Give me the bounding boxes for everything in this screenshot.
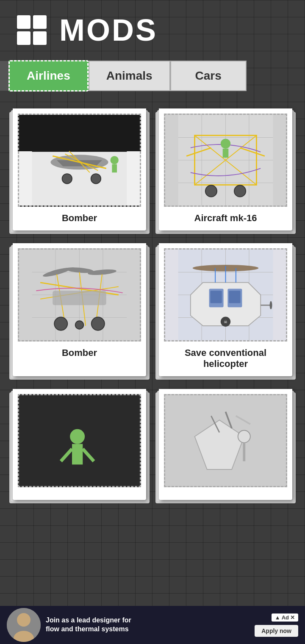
- grid-icon-cell: [17, 15, 30, 29]
- mod-card-inner: [13, 389, 146, 487]
- mod-image-partial1: [18, 394, 141, 487]
- svg-point-67: [70, 429, 85, 444]
- mod-card-inner: [13, 108, 146, 207]
- mod-card-bomber-2[interactable]: Bomber: [13, 243, 146, 376]
- grid-icon-cell: [33, 31, 47, 45]
- mod-image-aircraft: [164, 114, 287, 207]
- svg-point-43: [54, 317, 67, 330]
- tab-airlines[interactable]: Airlines: [8, 60, 89, 92]
- grid-icon-cell: [33, 15, 47, 29]
- svg-point-45: [92, 317, 105, 330]
- svg-rect-22: [223, 149, 229, 158]
- mod-title-partial-1: [13, 487, 146, 500]
- mod-title-bomber-1: Bomber: [13, 207, 146, 230]
- svg-point-9: [110, 156, 118, 164]
- mod-card-aircraft[interactable]: Aircraft mk-16: [159, 108, 292, 230]
- svg-point-26: [234, 185, 246, 197]
- tab-animals[interactable]: Animals: [89, 61, 170, 91]
- mod-title-partial-2: [159, 487, 292, 500]
- svg-point-79: [17, 613, 30, 627]
- tab-cars[interactable]: Cars: [170, 61, 247, 91]
- mod-image-helicopter: ☠: [164, 248, 287, 341]
- ad-apply-button[interactable]: Apply now: [255, 625, 298, 637]
- svg-point-63: [270, 301, 272, 309]
- ad-close-x: ✕: [290, 614, 295, 621]
- svg-point-8: [91, 174, 101, 183]
- svg-rect-57: [211, 291, 222, 303]
- tabs-container: Airlines Animals Cars: [0, 56, 305, 96]
- svg-rect-0: [32, 115, 127, 152]
- mod-image-bomber2: [18, 248, 141, 341]
- grid-icon-cell: [17, 31, 30, 45]
- mod-card-inner: ☠: [159, 243, 292, 341]
- mod-image-partial2: [164, 394, 287, 487]
- ad-text-block: Join as a lead designer for flow and the…: [41, 616, 255, 634]
- mod-image-bomber1: [18, 114, 141, 207]
- ad-icon: ▲: [275, 614, 280, 621]
- svg-text:☠: ☠: [224, 319, 227, 324]
- svg-point-25: [205, 185, 217, 197]
- svg-rect-68: [72, 444, 83, 465]
- header: MODS: [0, 0, 305, 56]
- svg-point-44: [75, 321, 83, 329]
- grid-icon: [17, 15, 47, 45]
- svg-point-7: [62, 174, 72, 183]
- mod-card-inner: [13, 243, 146, 341]
- svg-point-21: [221, 139, 230, 148]
- page-title: MODS: [59, 13, 158, 47]
- ad-right: ▲ Ad ✕ Apply now: [255, 613, 298, 637]
- mod-card-inner: [159, 108, 292, 207]
- mod-card-helicopter[interactable]: ☠ Save conventional helicopter: [159, 243, 292, 376]
- svg-point-75: [238, 430, 250, 443]
- mod-title-aircraft: Aircraft mk-16: [159, 207, 292, 230]
- ad-avatar: [7, 608, 41, 642]
- mods-grid: Bomber: [0, 96, 305, 513]
- svg-rect-58: [229, 291, 240, 303]
- mod-title-helicopter: Save conventional helicopter: [159, 341, 292, 376]
- ad-badge-text: Ad: [282, 614, 289, 621]
- mod-card-inner: [159, 389, 292, 487]
- mod-card-partial-2[interactable]: [159, 389, 292, 500]
- svg-rect-42: [53, 291, 106, 305]
- ad-headline: Join as a lead designer for flow and the…: [46, 616, 250, 634]
- ad-badge: ▲ Ad ✕: [272, 613, 298, 622]
- mod-card-partial-1[interactable]: [13, 389, 146, 500]
- mod-title-bomber-2: Bomber: [13, 341, 146, 365]
- ad-banner: Join as a lead designer for flow and the…: [0, 606, 305, 644]
- mod-card-bomber-1[interactable]: Bomber: [13, 108, 146, 230]
- tab-spacer: [0, 61, 8, 91]
- svg-rect-10: [112, 164, 117, 172]
